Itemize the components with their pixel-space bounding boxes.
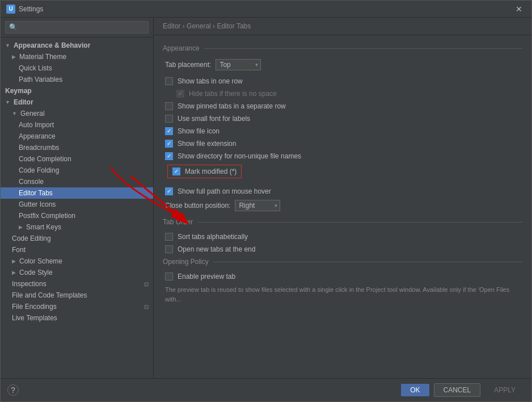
show-file-extension-checkbox[interactable] [165, 140, 173, 148]
sidebar-item-font[interactable]: Font [1, 244, 153, 256]
show-file-extension-row: Show file extension [163, 140, 522, 148]
sidebar-item-path-variables[interactable]: Path Variables [1, 74, 153, 85]
sidebar-item-code-editing[interactable]: Code Editing [1, 233, 153, 244]
tab-placement-dropdown[interactable]: Top Bottom Left Right None [216, 59, 261, 70]
sidebar-item-label: Auto Import [19, 121, 54, 129]
sidebar-item-label: Appearance & Behavior [14, 41, 90, 49]
app-icon: U [6, 5, 15, 14]
sidebar-item-general[interactable]: ▼ General [1, 108, 153, 119]
enable-preview-checkbox[interactable] [165, 273, 173, 280]
close-button[interactable]: ✕ [512, 3, 526, 15]
show-tabs-one-row-text: Show tabs in one row [178, 77, 243, 85]
sidebar-item-code-folding[interactable]: Code Folding [1, 165, 153, 176]
sidebar-item-code-style[interactable]: ▶ Code Style [1, 267, 153, 278]
show-tabs-one-row-label[interactable]: Show tabs in one row [165, 77, 243, 85]
expand-arrow: ▼ [5, 43, 10, 48]
sidebar-item-file-encodings[interactable]: File Encodings ⊡ [1, 301, 153, 312]
sidebar-item-postfix-completion[interactable]: Postfix Completion [1, 210, 153, 221]
sidebar-item-label: Postfix Completion [19, 212, 75, 220]
mark-modified-label[interactable]: Mark modified (*) [172, 168, 237, 175]
title-bar: U Settings ✕ [1, 1, 531, 18]
sidebar-item-label: Console [19, 178, 44, 186]
show-file-extension-label[interactable]: Show file extension [165, 140, 236, 148]
close-button-dropdown[interactable]: Right Left Hidden [235, 200, 280, 211]
settings-content: Appearance Tab placement: Top Bottom Lef… [154, 35, 531, 378]
sidebar-item-inspections[interactable]: Inspections ⊡ [1, 278, 153, 290]
show-file-icon-text: Show file icon [178, 127, 219, 135]
enable-preview-row: Enable preview tab [163, 273, 522, 280]
show-full-path-label[interactable]: Show full path on mouse hover [165, 187, 271, 195]
show-directory-text: Show directory for non-unique file names [178, 152, 301, 160]
sidebar-item-live-templates[interactable]: Live Templates [1, 312, 153, 324]
show-directory-checkbox[interactable] [165, 152, 173, 160]
open-new-tabs-label[interactable]: Open new tabs at the end [165, 245, 255, 253]
search-box [1, 18, 153, 37]
sidebar-item-code-completion[interactable]: Code Completion [1, 153, 153, 165]
search-input[interactable] [5, 21, 149, 34]
breadcrumb-editor: Editor [163, 22, 180, 30]
sidebar-item-label: Appearance [19, 132, 56, 140]
show-pinned-label[interactable]: Show pinned tabs in a separate row [165, 102, 286, 110]
sidebar-item-label: Path Variables [19, 76, 62, 83]
small-font-label[interactable]: Use small font for labels [165, 115, 250, 123]
small-font-checkbox[interactable] [165, 115, 173, 123]
sidebar-item-console[interactable]: Console [1, 176, 153, 187]
tab-placement-row: Tab placement: Top Bottom Left Right Non… [163, 59, 522, 70]
sidebar-item-auto-import[interactable]: Auto Import [1, 119, 153, 131]
show-tabs-row: Show tabs in one row [163, 77, 522, 85]
main-content: Editor › General › Editor Tabs Appearanc… [154, 18, 531, 378]
help-button[interactable]: ? [7, 384, 19, 396]
show-full-path-checkbox[interactable] [165, 187, 173, 195]
ok-button[interactable]: OK [401, 384, 429, 396]
sidebar-item-appearance[interactable]: Appearance [1, 131, 153, 142]
sort-tabs-row: Sort tabs alphabetically [163, 233, 522, 241]
show-pinned-row: Show pinned tabs in a separate row [163, 102, 522, 110]
footer: ? OK CANCEL APPLY [1, 378, 531, 401]
sidebar-item-editor[interactable]: ▼ Editor [1, 97, 153, 108]
expand-arrow: ▶ [12, 54, 16, 60]
sidebar-item-file-code-templates[interactable]: File and Code Templates [1, 290, 153, 301]
apply-button[interactable]: APPLY [485, 384, 525, 396]
sidebar-item-material-theme[interactable]: ▶ Material Theme [1, 51, 153, 62]
hide-tabs-checkbox[interactable] [176, 90, 184, 98]
sidebar-item-label: File and Code Templates [12, 291, 87, 299]
cancel-button[interactable]: CANCEL [434, 383, 481, 397]
file-encodings-icon: ⊡ [144, 304, 149, 310]
sidebar-item-appearance-behavior[interactable]: ▼ Appearance & Behavior [1, 40, 153, 51]
sort-tabs-checkbox[interactable] [165, 233, 173, 241]
sort-tabs-label[interactable]: Sort tabs alphabetically [165, 233, 248, 241]
sidebar-item-quick-lists[interactable]: Quick Lists [1, 62, 153, 74]
show-directory-row: Show directory for non-unique file names [163, 152, 522, 160]
show-pinned-checkbox[interactable] [165, 102, 173, 110]
breadcrumb-editor-tabs: Editor Tabs [217, 22, 251, 30]
sidebar-item-gutter-icons[interactable]: Gutter Icons [1, 199, 153, 210]
sort-tabs-text: Sort tabs alphabetically [178, 233, 248, 241]
hide-tabs-text: Hide tabs if there is no space [189, 90, 277, 98]
mark-modified-checkbox[interactable] [172, 168, 180, 175]
sidebar-item-color-scheme[interactable]: ▶ Color Scheme [1, 256, 153, 267]
show-file-icon-checkbox[interactable] [165, 127, 173, 135]
sidebar-item-label: Keymap [5, 87, 32, 95]
section-title-text: Appearance [163, 44, 200, 52]
show-file-icon-label[interactable]: Show file icon [165, 127, 219, 135]
show-full-path-row: Show full path on mouse hover [163, 187, 522, 195]
small-font-text: Use small font for labels [178, 115, 250, 123]
hide-tabs-label[interactable]: Hide tabs if there is no space [176, 90, 277, 98]
preview-description: The preview tab is reused to show files … [163, 285, 522, 304]
sidebar-item-smart-keys[interactable]: ▶ Smart Keys [1, 221, 153, 233]
sidebar: ▼ Appearance & Behavior ▶ Material Theme… [1, 18, 154, 378]
sidebar-item-label: General [20, 110, 45, 118]
show-directory-label[interactable]: Show directory for non-unique file names [165, 152, 301, 160]
show-file-extension-text: Show file extension [178, 140, 236, 148]
section-tab-order-title: Tab Order [163, 218, 522, 226]
tab-placement-label: Tab placement: [165, 61, 211, 69]
sidebar-item-breadcrumbs[interactable]: Breadcrumbs [1, 142, 153, 153]
close-button-label: Close button position: [165, 202, 230, 210]
open-new-tabs-checkbox[interactable] [165, 245, 173, 253]
sidebar-item-label: Editor Tabs [19, 189, 53, 197]
enable-preview-label[interactable]: Enable preview tab [165, 273, 235, 280]
sidebar-item-editor-tabs[interactable]: Editor Tabs [1, 187, 153, 199]
sidebar-item-label: Gutter Icons [19, 200, 56, 208]
show-tabs-one-row-checkbox[interactable] [165, 77, 173, 85]
sidebar-item-keymap[interactable]: Keymap [1, 85, 153, 97]
